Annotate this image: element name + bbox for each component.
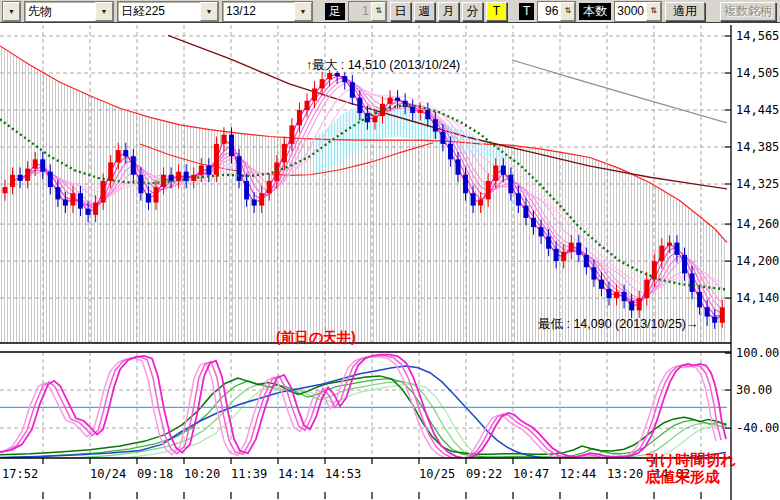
symbol-type-select[interactable]: 先物 ▼: [24, 1, 114, 22]
tick-count-label: T: [519, 3, 534, 20]
bar-type-label: 足: [325, 3, 345, 20]
svg-text:11:39: 11:39: [231, 467, 267, 481]
toolbar: ▼ 先物 ▼ 日経225 ▼ 13/12 ▼ 足 1 ⇅ 日 週 月 分 T T…: [0, 0, 780, 23]
symbol-type-value: 先物: [25, 3, 95, 20]
contract-month-select[interactable]: 13/12 ▼: [222, 1, 313, 22]
bar-interval-value: 1: [349, 4, 371, 18]
bar-interval-spinner: 1 ⇅: [348, 1, 387, 22]
svg-text:13:20: 13:20: [607, 467, 643, 481]
chevron-down-icon[interactable]: ▼: [294, 2, 312, 21]
tick-count-spinner[interactable]: 96 ⇅: [537, 1, 576, 22]
spinner-icon[interactable]: ⇅: [560, 2, 575, 21]
chevron-down-icon[interactable]: ▼: [200, 2, 218, 21]
symbol-name-select[interactable]: 日経225 ▼: [117, 1, 219, 22]
period-month-button[interactable]: 月: [438, 2, 459, 21]
svg-text:10/25: 10/25: [419, 467, 455, 481]
svg-text:09:18: 09:18: [137, 467, 173, 481]
svg-text:14,260: 14,260: [736, 217, 779, 231]
svg-text:14,200: 14,200: [736, 254, 779, 268]
min-price-annotation: 最低 : 14,090 (2013/10/25)→: [538, 316, 699, 333]
max-price-annotation: ↑最大 : 14,510 (2013/10/24): [306, 57, 460, 74]
symbol-name-value: 日経225: [118, 3, 200, 20]
apply-button[interactable]: 適用: [665, 2, 705, 21]
chart-canvas: 14,56514,50514,44514,38514,32514,26014,2…: [0, 0, 780, 500]
svg-text:10:47: 10:47: [513, 467, 549, 481]
mini-dropdown[interactable]: ▼: [2, 1, 21, 22]
svg-text:14:53: 14:53: [325, 467, 361, 481]
period-week-button[interactable]: 週: [414, 2, 435, 21]
period-day-button[interactable]: 日: [390, 2, 411, 21]
svg-text:12:44: 12:44: [560, 467, 596, 481]
contract-month-value: 13/12: [223, 4, 294, 18]
svg-text:10/24: 10/24: [90, 467, 126, 481]
closing-note-line1: 引け時間切れ: [645, 451, 736, 468]
svg-text:14:14: 14:14: [278, 467, 314, 481]
closing-note-annotation: 引け時間切れ 底値未形成: [645, 451, 736, 485]
svg-text:09:22: 09:22: [466, 467, 502, 481]
chevron-down-icon[interactable]: ▼: [3, 2, 20, 21]
spinner-icon[interactable]: ⇅: [646, 2, 661, 21]
spinner-icon: ⇅: [371, 2, 386, 21]
bar-count-label: 本数: [579, 3, 611, 20]
svg-text:14,325: 14,325: [736, 177, 779, 191]
svg-text:14,385: 14,385: [736, 140, 779, 154]
tick-mode-button[interactable]: T: [486, 2, 507, 21]
svg-text:14,140: 14,140: [736, 291, 779, 305]
multi-symbol-button: 複数銘柄: [720, 2, 776, 21]
chevron-down-icon[interactable]: ▼: [95, 2, 113, 21]
period-minute-button[interactable]: 分: [462, 2, 483, 21]
svg-text:100.00: 100.00: [736, 346, 779, 360]
bar-count-value: 3000: [615, 4, 646, 18]
svg-text:14,505: 14,505: [736, 66, 779, 80]
svg-text:14,445: 14,445: [736, 103, 779, 117]
svg-text:10:20: 10:20: [184, 467, 220, 481]
bar-count-spinner[interactable]: 3000 ⇅: [614, 1, 662, 22]
closing-note-line2: 底値未形成: [645, 468, 736, 485]
svg-text:17:52: 17:52: [2, 467, 38, 481]
chart-application-window: ▼ 先物 ▼ 日経225 ▼ 13/12 ▼ 足 1 ⇅ 日 週 月 分 T T…: [0, 0, 780, 500]
svg-text:-40.00: -40.00: [736, 421, 779, 435]
svg-text:30.00: 30.00: [736, 383, 772, 397]
prev-day-ceiling-annotation: (前日の天井): [276, 329, 356, 347]
svg-text:14,565: 14,565: [736, 29, 779, 43]
tick-count-value: 96: [538, 4, 560, 18]
